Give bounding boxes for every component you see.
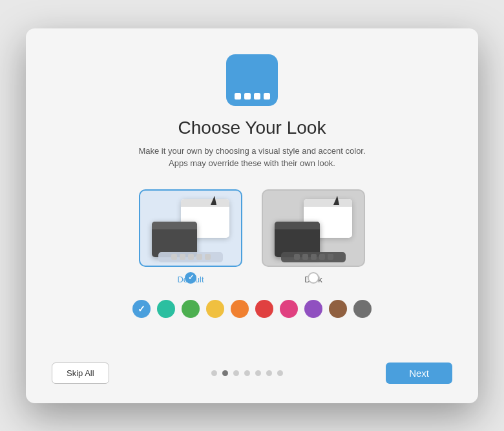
nav-dot-5[interactable] xyxy=(255,370,261,376)
dark-dock xyxy=(281,252,346,262)
dock-icon xyxy=(319,254,325,260)
page-title: Choose Your Look xyxy=(178,118,326,138)
nav-dot-7[interactable] xyxy=(277,370,283,376)
dock-icon xyxy=(188,254,194,260)
theme-card-default[interactable]: Default xyxy=(139,189,242,284)
app-icon-dot xyxy=(254,93,260,100)
theme-radio-dark[interactable] xyxy=(308,272,319,284)
light-dock xyxy=(158,252,223,262)
theme-preview-default[interactable] xyxy=(139,189,242,267)
color-swatch-red[interactable] xyxy=(255,300,273,318)
nav-dot-6[interactable] xyxy=(266,370,272,376)
color-swatch-yellow[interactable] xyxy=(206,300,224,318)
nav-dot-3[interactable] xyxy=(233,370,239,376)
color-swatch-orange[interactable] xyxy=(231,300,249,318)
colors-row xyxy=(132,300,372,318)
nav-dot-2[interactable] xyxy=(222,370,228,376)
light-window-front-bar xyxy=(152,222,197,229)
dots-nav xyxy=(211,370,283,376)
cursor-icon xyxy=(333,196,339,205)
dark-mockup xyxy=(275,199,352,257)
dock-icon xyxy=(302,254,308,260)
color-swatch-blue[interactable] xyxy=(132,300,151,318)
nav-dot-4[interactable] xyxy=(244,370,250,376)
dock-icon xyxy=(180,254,185,260)
light-window-back-bar xyxy=(181,199,229,207)
dark-window-front-bar xyxy=(275,222,320,229)
light-mockup xyxy=(152,199,229,257)
app-icon-dot xyxy=(264,93,270,100)
theme-radio-default[interactable] xyxy=(185,272,196,284)
dock-icon xyxy=(311,254,317,260)
color-swatch-green[interactable] xyxy=(182,300,200,318)
theme-card-dark[interactable]: Dark xyxy=(262,189,365,284)
bottom-bar: Skip All Next xyxy=(52,363,452,384)
app-icon xyxy=(226,54,278,106)
app-icon-dot xyxy=(235,93,241,100)
nav-dot-1[interactable] xyxy=(211,370,217,376)
theme-preview-dark[interactable] xyxy=(262,189,365,267)
page-subtitle: Make it your own by choosing a visual st… xyxy=(138,145,365,170)
dock-icon xyxy=(171,254,177,260)
color-swatch-purple[interactable] xyxy=(304,300,322,318)
dock-icon xyxy=(205,254,211,260)
color-swatch-pink[interactable] xyxy=(280,300,298,318)
dark-window-back-bar xyxy=(304,199,352,207)
app-icon-dot xyxy=(244,93,251,100)
cursor-icon xyxy=(211,196,216,205)
skip-all-button[interactable]: Skip All xyxy=(52,363,109,384)
dock-icon xyxy=(196,254,202,260)
next-button[interactable]: Next xyxy=(386,363,452,384)
main-window: Choose Your Look Make it your own by cho… xyxy=(26,28,478,403)
dock-icon xyxy=(294,254,300,260)
color-swatch-teal[interactable] xyxy=(157,300,175,318)
themes-row: Default xyxy=(139,189,365,284)
app-icon-dots xyxy=(235,93,270,100)
color-swatch-gray[interactable] xyxy=(353,300,372,318)
dock-icon xyxy=(328,254,333,260)
color-swatch-brown[interactable] xyxy=(329,300,347,318)
